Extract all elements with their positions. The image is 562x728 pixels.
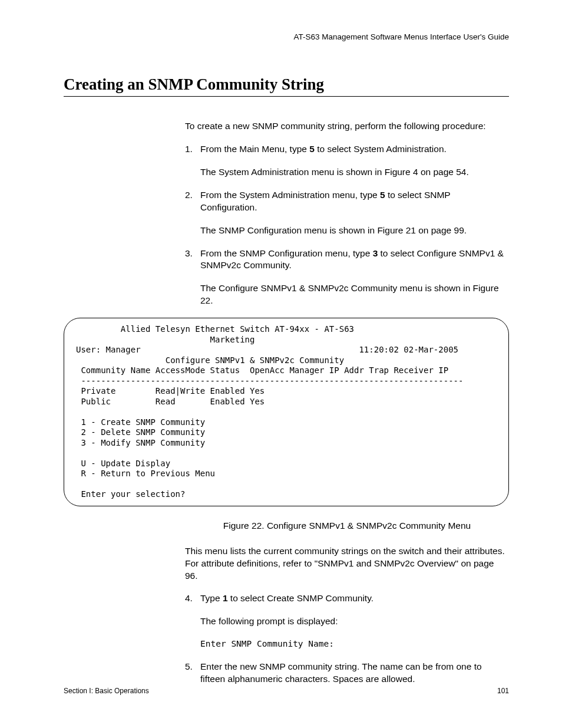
footer-page-number: 101 — [497, 687, 509, 695]
step-2: 2. From the System Administration menu, … — [185, 189, 509, 214]
page-footer: Section I: Basic Operations 101 — [64, 687, 509, 695]
step-4-note: The following prompt is displayed: — [200, 615, 509, 628]
step-number: 2. — [185, 189, 200, 214]
step-1: 1. From the Main Menu, type 5 to select … — [185, 143, 509, 156]
terminal-line: Configure SNMPv1 & SNMPv2c Community — [76, 355, 344, 365]
terminal-line: Community Name AccessMode Status OpenAcc… — [76, 365, 448, 375]
text-fragment: to select System Administration. — [315, 144, 447, 154]
terminal-line: 3 - Modify SNMP Community — [76, 438, 205, 447]
text-fragment: to select Create SNMP Community. — [228, 593, 374, 603]
terminal-line: U - Update Display — [76, 459, 170, 468]
terminal-line: User: Manager 11:20:02 02-Mar-2005 — [76, 345, 458, 354]
key-1: 1 — [223, 593, 228, 603]
figure-caption: Figure 22. Configure SNMPv1 & SNMPv2c Co… — [185, 521, 509, 531]
text-fragment: From the Main Menu, type — [200, 144, 309, 154]
step-4-prompt: Enter SNMP Community Name: — [200, 638, 509, 650]
page-header: AT-S63 Management Software Menus Interfa… — [64, 32, 509, 41]
terminal-line: Public Read Enabled Yes — [76, 397, 265, 406]
key-3: 3 — [373, 248, 378, 258]
step-3-note: The Configure SNMPv1 & SNMPv2c Community… — [200, 282, 509, 307]
step-text: From the Main Menu, type 5 to select Sys… — [200, 143, 509, 156]
section-heading: Creating an SNMP Community String — [64, 75, 509, 97]
step-5: 5. Enter the new SNMP community string. … — [185, 661, 509, 686]
step-number: 3. — [185, 248, 200, 272]
step-text: Type 1 to select Create SNMP Community. — [200, 592, 509, 605]
terminal-line: R - Return to Previous Menu — [76, 469, 215, 478]
key-5: 5 — [380, 190, 385, 200]
terminal-line: Enter your selection? — [76, 489, 185, 499]
terminal-line: Allied Telesyn Ethernet Switch AT-94xx -… — [76, 324, 354, 334]
terminal-line: 2 - Delete SNMP Community — [76, 427, 205, 437]
terminal-line: Marketing — [76, 335, 254, 344]
text-fragment: From the System Administration menu, typ… — [200, 190, 380, 200]
step-text: Enter the new SNMP community string. The… — [200, 661, 509, 686]
step-4: 4. Type 1 to select Create SNMP Communit… — [185, 592, 509, 605]
step-number: 5. — [185, 661, 200, 686]
step-1-note: The System Administration menu is shown … — [200, 166, 509, 179]
step-text: From the SNMP Configuration menu, type 3… — [200, 248, 509, 272]
step-3: 3. From the SNMP Configuration menu, typ… — [185, 248, 509, 272]
step-2-note: The SNMP Configuration menu is shown in … — [200, 225, 509, 237]
terminal-line: 1 - Create SNMP Community — [76, 417, 205, 427]
terminal-screen: Allied Telesyn Ethernet Switch AT-94xx -… — [64, 318, 509, 506]
footer-section: Section I: Basic Operations — [64, 687, 149, 695]
text-fragment: Type — [200, 593, 223, 603]
text-fragment: From the SNMP Configuration menu, type — [200, 248, 373, 258]
step-number: 1. — [185, 143, 200, 156]
after-figure-paragraph: This menu lists the current community st… — [185, 545, 509, 582]
terminal-line: ----------------------------------------… — [76, 376, 463, 386]
intro-paragraph: To create a new SNMP community string, p… — [185, 120, 509, 133]
step-text: From the System Administration menu, typ… — [200, 189, 509, 214]
step-number: 4. — [185, 592, 200, 605]
key-5: 5 — [309, 144, 315, 154]
terminal-line: Private Read|Write Enabled Yes — [76, 386, 265, 396]
